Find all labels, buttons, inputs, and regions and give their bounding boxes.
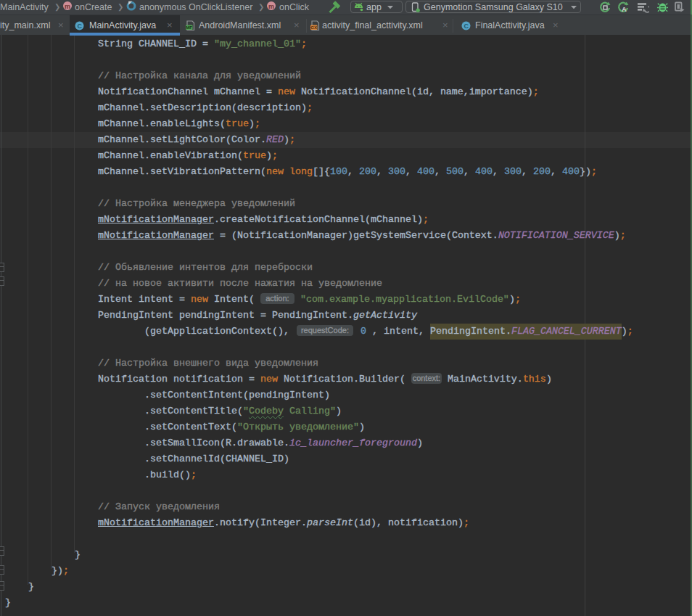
- svg-text:GX: GX: [310, 25, 318, 30]
- svg-text:C: C: [77, 22, 82, 30]
- svg-text:MF: MF: [186, 25, 192, 30]
- svg-text:m: m: [65, 3, 70, 10]
- svg-text:A: A: [622, 5, 627, 13]
- svg-text:m: m: [268, 3, 274, 10]
- svg-text:C: C: [464, 22, 469, 30]
